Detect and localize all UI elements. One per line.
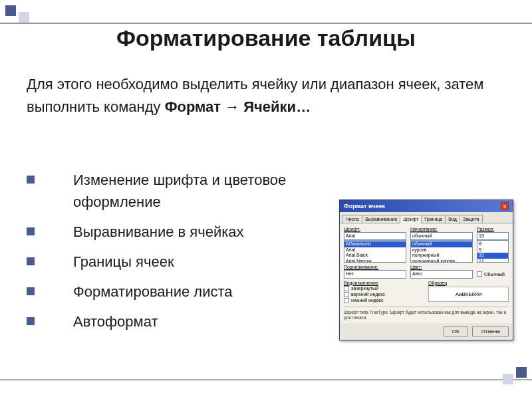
superscript-checkbox[interactable] bbox=[344, 292, 349, 297]
slide-top-accent bbox=[0, 0, 532, 24]
style-input[interactable]: обычный bbox=[410, 232, 473, 240]
list-item[interactable]: полужирный bbox=[412, 253, 440, 257]
list-item[interactable]: 11 bbox=[479, 259, 484, 263]
underline-select[interactable]: Нет bbox=[344, 270, 406, 278]
dialog-titlebar: Формат ячеек × bbox=[340, 200, 513, 212]
bullet-item: Изменение шрифта и цветовое оформление bbox=[27, 169, 313, 213]
tab-align[interactable]: Выравнивание bbox=[362, 215, 400, 223]
font-list[interactable]: AGaramond Arial Arial Black Arial Narrow bbox=[344, 240, 406, 263]
bullet-item: Форматирование листа bbox=[27, 281, 313, 303]
normal-checkbox[interactable] bbox=[477, 271, 482, 277]
dialog-buttons: OK Отмена bbox=[340, 323, 513, 340]
tab-border[interactable]: Граница bbox=[421, 215, 446, 223]
subscript-checkbox[interactable] bbox=[344, 298, 349, 303]
bullet-item: Границы ячеек bbox=[27, 251, 313, 273]
size-label: Размер: bbox=[477, 227, 509, 231]
size-input[interactable]: 10 bbox=[477, 232, 509, 240]
list-item[interactable]: курсив bbox=[412, 247, 427, 252]
list-item[interactable]: 8 bbox=[479, 241, 481, 246]
style-list[interactable]: обычный курсив полужирный полужирный кур… bbox=[410, 240, 473, 263]
tab-number[interactable]: Число bbox=[342, 215, 362, 223]
style-label: Начертание: bbox=[410, 227, 473, 231]
dialog-body: Шрифт: Arial AGaramond Arial Arial Black… bbox=[340, 223, 513, 323]
list-item[interactable]: AGaramond bbox=[344, 241, 406, 247]
underline-label: Подчеркивание: bbox=[344, 265, 406, 269]
slide-intro: Для этого необходимо выделить ячейку или… bbox=[27, 73, 505, 118]
color-select[interactable]: Авто bbox=[410, 270, 473, 278]
strikethrough-checkbox[interactable] bbox=[344, 286, 349, 291]
dialog-footer-text: Шрифт типа TrueType. Шрифт будет использ… bbox=[344, 310, 509, 321]
ok-button[interactable]: OK bbox=[444, 327, 469, 336]
bullet-item: Выравнивание в ячейках bbox=[27, 221, 313, 243]
format-cells-dialog-screenshot: Формат ячеек × Число Выравнивание Шрифт … bbox=[339, 200, 513, 340]
separator bbox=[344, 307, 509, 307]
decor-square-light bbox=[503, 374, 513, 384]
tab-fill[interactable]: Вид bbox=[445, 215, 460, 223]
preview-label: Образец bbox=[428, 281, 509, 285]
effect-label: нижний индекс bbox=[351, 298, 383, 303]
normal-checkbox-label: Обычный bbox=[484, 272, 505, 277]
list-item[interactable]: Arial Narrow bbox=[346, 259, 372, 263]
effects-label: Видоизменение bbox=[344, 281, 424, 285]
font-label: Шрифт: bbox=[344, 227, 406, 231]
list-item[interactable]: Arial bbox=[346, 247, 355, 252]
slide-title: Форматирование таблицы bbox=[0, 25, 532, 51]
dialog-title-text: Формат ячеек bbox=[344, 203, 385, 209]
tab-font[interactable]: Шрифт bbox=[400, 215, 422, 223]
list-item[interactable]: обычный bbox=[411, 241, 472, 247]
preview-box: АаВbБбЯя bbox=[428, 287, 509, 302]
effect-label: верхний индекс bbox=[351, 292, 385, 297]
slide-bottom-accent bbox=[0, 379, 532, 380]
decor-square-dark bbox=[516, 367, 527, 378]
dialog-tabs: Число Выравнивание Шрифт Граница Вид Защ… bbox=[340, 212, 513, 223]
size-list[interactable]: 8 9 10 11 bbox=[477, 240, 509, 263]
intro-command: Формат → Ячейки… bbox=[165, 98, 311, 115]
list-item[interactable]: 10 bbox=[477, 253, 508, 258]
color-label: Цвет: bbox=[410, 265, 473, 269]
list-item[interactable]: полужирный курсив bbox=[412, 259, 455, 263]
font-input[interactable]: Arial bbox=[344, 232, 406, 240]
decor-square-light bbox=[19, 12, 29, 23]
decor-square-dark bbox=[5, 5, 16, 16]
close-icon[interactable]: × bbox=[501, 202, 509, 210]
effect-label: зачеркнутый bbox=[351, 286, 378, 291]
bullet-list: Изменение шрифта и цветовое оформление В… bbox=[27, 169, 313, 340]
list-item[interactable]: 9 bbox=[479, 247, 481, 252]
bullet-item: Автоформат bbox=[27, 311, 313, 332]
tab-protection[interactable]: Защита bbox=[460, 215, 483, 223]
cancel-button[interactable]: Отмена bbox=[472, 327, 509, 336]
list-item[interactable]: Arial Black bbox=[346, 253, 368, 257]
